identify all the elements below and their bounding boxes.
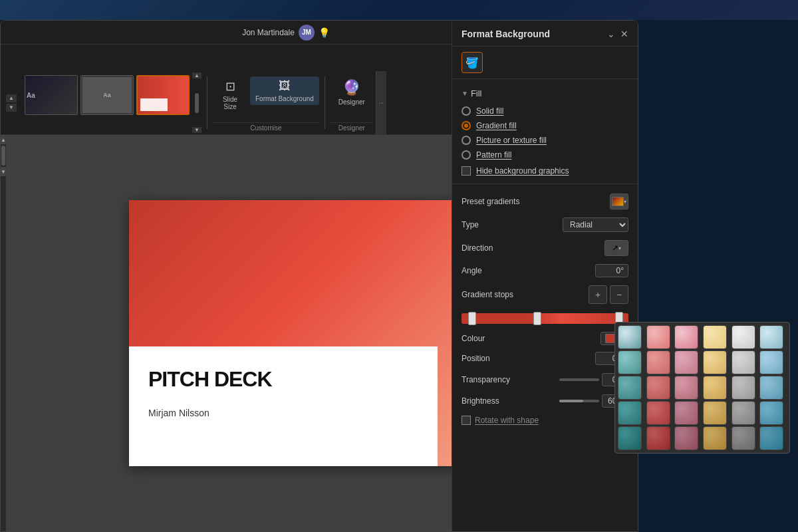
panel-collapse-button[interactable]: ⌄ — [607, 29, 615, 39]
slide-thumb-2[interactable]: Aa — [80, 75, 134, 115]
designer-section: 🔮 Designer Designer — [331, 71, 373, 134]
preset-cell-13[interactable] — [646, 376, 670, 400]
pattern-fill-label: Pattern fill — [476, 150, 511, 160]
brightness-fill — [559, 400, 583, 402]
preset-cell-15[interactable] — [703, 376, 727, 400]
app-window: Jon Martindale JM 💡 − □ × Record 💬 ⬆ Sha… — [0, 20, 638, 532]
scroll-up[interactable]: ▲ — [1, 135, 6, 144]
type-select[interactable]: Radial Linear Rectangular Path — [563, 217, 628, 232]
divider-1 — [452, 78, 638, 79]
designer-button[interactable]: 🔮 Designer — [331, 76, 373, 108]
pattern-fill-radio[interactable] — [462, 150, 471, 160]
preset-cell-26[interactable] — [674, 426, 698, 450]
preset-cell-22[interactable] — [732, 401, 755, 425]
left-scrollbar[interactable]: ▲ ▼ — [1, 135, 6, 531]
panel-close-button[interactable]: ✕ — [620, 29, 628, 39]
gradient-bar — [462, 313, 628, 324]
gradient-fill-radio[interactable] — [462, 121, 471, 130]
remove-stop-button[interactable]: − — [610, 285, 628, 304]
solid-fill-label: Solid fill — [476, 106, 503, 116]
preset-cell-17[interactable] — [759, 376, 783, 400]
ribbon-more-button[interactable]: ⋮ — [376, 71, 386, 134]
gradient-fill-label: Gradient fill — [476, 121, 517, 130]
preset-cell-4[interactable] — [732, 325, 755, 349]
solid-fill-radio[interactable] — [462, 106, 471, 116]
slide-thumb-3[interactable] — [136, 75, 190, 115]
preset-cell-14[interactable] — [674, 376, 698, 400]
angle-input[interactable] — [595, 264, 628, 277]
picture-fill-radio[interactable] — [462, 136, 471, 145]
preset-cell-9[interactable] — [703, 350, 727, 374]
panel-title: Format Background — [462, 29, 550, 39]
scroll-down-button[interactable]: ▼ — [6, 104, 17, 112]
pattern-fill-option[interactable]: Pattern fill — [462, 150, 628, 160]
transparency-label: Transparency — [462, 375, 510, 384]
scroll-right-up[interactable]: ▲ — [192, 72, 201, 78]
preset-cell-20[interactable] — [674, 401, 698, 425]
preset-cell-7[interactable] — [646, 350, 670, 374]
slide-thumbnails: Aa Aa — [25, 71, 190, 119]
ribbon-separator-1 — [207, 76, 207, 129]
preset-cell-25[interactable] — [646, 426, 670, 450]
customise-section: ⊡ SlideSize 🖼 Format Background Customis… — [213, 71, 319, 134]
preset-cell-5[interactable] — [759, 325, 783, 349]
customise-label: Customise — [213, 122, 319, 134]
lightbulb-icon[interactable]: 💡 — [319, 27, 330, 38]
type-row: Type Radial Linear Rectangular Path — [452, 213, 638, 236]
colour-label: Colour — [462, 334, 485, 343]
transparency-row: Transparency — [452, 369, 638, 390]
fill-tab[interactable]: 🪣 — [462, 52, 483, 73]
designer-icon: 🔮 — [342, 79, 360, 96]
preset-cell-23[interactable] — [759, 401, 783, 425]
slide-thumb-1[interactable]: Aa — [25, 75, 78, 115]
preset-cell-8[interactable] — [674, 350, 698, 374]
preset-cell-24[interactable] — [618, 426, 642, 450]
windows-background — [0, 0, 798, 20]
preset-cell-3[interactable] — [703, 325, 727, 349]
fill-tab-icon: 🪣 — [466, 57, 479, 69]
slide-size-button[interactable]: ⊡ SlideSize — [213, 76, 247, 113]
scroll-up-button[interactable]: ▲ — [6, 94, 17, 102]
preset-cell-21[interactable] — [703, 401, 727, 425]
solid-fill-option[interactable]: Solid fill — [462, 106, 628, 116]
preset-cell-29[interactable] — [759, 426, 783, 450]
preset-cell-19[interactable] — [646, 401, 670, 425]
gradient-handle-2[interactable] — [533, 312, 541, 325]
hide-bg-checkbox-item[interactable]: Hide background graphics — [452, 164, 638, 178]
brightness-row: Brightness — [452, 390, 638, 412]
transparency-track — [559, 378, 599, 381]
picture-fill-option[interactable]: Picture or texture fill — [462, 136, 628, 145]
format-background-button[interactable]: 🖼 Format Background — [250, 76, 319, 105]
preset-cell-12[interactable] — [618, 376, 642, 400]
direction-button[interactable]: ↗ ▾ — [604, 240, 628, 256]
add-stop-button[interactable]: + — [589, 285, 607, 304]
brightness-label: Brightness — [462, 396, 499, 406]
preset-cell-18[interactable] — [618, 401, 642, 425]
preset-cell-6[interactable] — [618, 350, 642, 374]
preset-cell-11[interactable] — [759, 350, 783, 374]
preset-cell-1[interactable] — [646, 325, 670, 349]
fill-section-header[interactable]: ▼ Fill — [462, 84, 628, 102]
customise-buttons: ⊡ SlideSize 🖼 Format Background — [213, 71, 319, 122]
angle-row: Angle — [452, 260, 638, 281]
scroll-right-down[interactable]: ▼ — [192, 127, 201, 133]
direction-row: Direction ↗ ▾ — [452, 236, 638, 260]
gradient-fill-option[interactable]: Gradient fill — [462, 121, 628, 130]
rotate-with-shape-checkbox[interactable] — [462, 416, 471, 425]
hide-bg-checkbox[interactable] — [462, 166, 471, 176]
preset-cell-10[interactable] — [732, 350, 755, 374]
preset-cell-27[interactable] — [703, 426, 727, 450]
direction-icon: ↗ — [612, 243, 618, 253]
gradient-handle-1[interactable] — [468, 312, 476, 325]
angle-label: Angle — [462, 266, 482, 275]
preset-gradient-button[interactable]: ▾ — [610, 194, 628, 209]
preset-cell-2[interactable] — [674, 325, 698, 349]
preset-swatch — [612, 197, 624, 206]
preset-cell-16[interactable] — [732, 376, 755, 400]
slide-title: PITCH DECK — [148, 367, 272, 392]
preset-cell-0[interactable] — [618, 325, 642, 349]
preset-cell-28[interactable] — [732, 426, 755, 450]
scroll-down[interactable]: ▼ — [1, 167, 6, 176]
gradient-stops-label: Gradient stops — [462, 290, 513, 299]
position-row: Position — [452, 348, 638, 369]
